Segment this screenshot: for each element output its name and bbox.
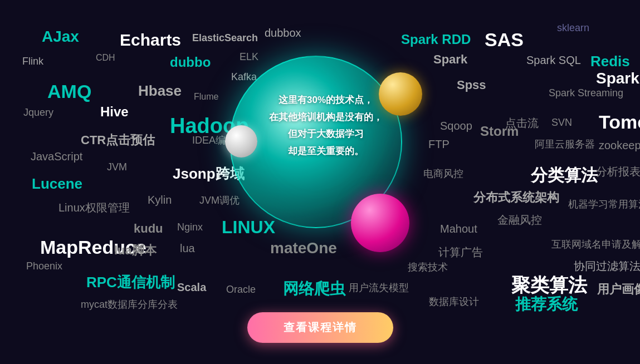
pink-bubble [351, 194, 409, 252]
cta-button[interactable]: 查看课程详情 [247, 312, 393, 343]
tooltip-line4: 却是至关重要的。 [256, 143, 395, 160]
white-bubble [225, 125, 257, 158]
tooltip-line2: 在其他培训机构是没有的， [256, 109, 395, 126]
bubble-tooltip: 这里有30%的技术点， 在其他培训机构是没有的， 但对于大数据学习 却是至关重要… [256, 92, 395, 160]
tooltip-line3: 但对于大数据学习 [256, 126, 395, 143]
tooltip-line1: 这里有30%的技术点， [256, 92, 395, 109]
